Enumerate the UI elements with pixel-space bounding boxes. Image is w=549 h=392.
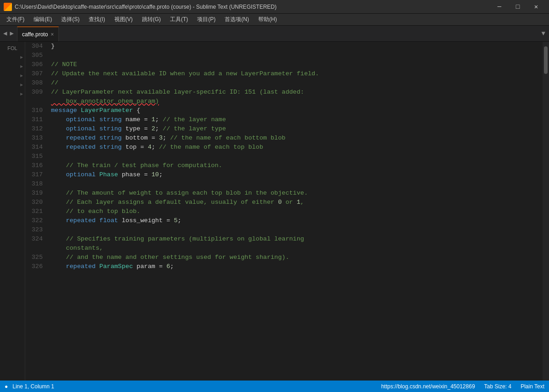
line-309a: 309 // LayerParameter next available lay… — [25, 88, 549, 97]
fold-gutter-2: ► — [0, 62, 25, 71]
code-editor[interactable]: 304 } 305 306 // NOTE 307 // Update the … — [25, 42, 549, 381]
line-324b: constants, — [25, 244, 549, 253]
menu-help[interactable]: 帮助(H) — [254, 14, 282, 26]
statusbar-right: https://blog.csdn.net/weixin_45012869 Ta… — [381, 383, 544, 390]
titlebar-controls: ─ □ ✕ — [490, 0, 545, 14]
fold-gutter-4: ► — [0, 80, 25, 90]
tab-label: caffe.proto — [22, 31, 48, 38]
line-324a: 324 // Specifies training parameters (mu… — [25, 235, 549, 244]
fold-gutter-3: ► — [0, 71, 25, 80]
fold-arrow-3: ► — [20, 73, 23, 78]
tab-bar: ◀ ▶ caffe.proto × ▼ — [0, 26, 549, 42]
line-321: 321 // to each top blob. — [25, 207, 549, 216]
fold-arrow-5: ► — [20, 92, 23, 97]
statusbar-left: ● Line 1, Column 1 — [5, 383, 54, 390]
main-content: FOL ► ► ► ► ► 304 } 305 306 — [0, 42, 549, 381]
status-url: https://blog.csdn.net/weixin_45012869 — [381, 383, 475, 390]
line-309b: box_annotator_ohem_param) — [25, 97, 549, 106]
maximize-button[interactable]: □ — [509, 0, 527, 14]
line-325: 325 // and the name and other settings u… — [25, 253, 549, 262]
tab-close-button[interactable]: × — [51, 32, 54, 37]
sublime-icon — [4, 3, 12, 11]
menu-bar: 文件(F) 编辑(E) 选择(S) 查找(I) 视图(V) 跳转(G) 工具(T… — [0, 14, 549, 26]
line-319: 319 // The amount of weight to assign ea… — [25, 189, 549, 198]
status-file-type[interactable]: Plain Text — [521, 383, 544, 390]
menu-view[interactable]: 视图(V) — [110, 14, 137, 26]
line-317: 317 optional Phase phase = 10; — [25, 170, 549, 179]
menu-find[interactable]: 查找(I) — [84, 14, 109, 26]
line-318: 318 — [25, 179, 549, 189]
menu-goto[interactable]: 跳转(G) — [137, 14, 165, 26]
line-326: 326 repeated ParamSpec param = 6; — [25, 262, 549, 271]
line-323: 323 — [25, 225, 549, 235]
line-305: 305 — [25, 51, 549, 60]
fold-arrow-1: ► — [20, 55, 23, 60]
tab-arrow-right[interactable]: ▶ — [8, 29, 15, 37]
line-316: 316 // The train / test phase for comput… — [25, 161, 549, 170]
line-307: 307 // Update the next available ID when… — [25, 69, 549, 78]
close-button[interactable]: ✕ — [527, 0, 545, 14]
line-310: 310 message LayerParameter { — [25, 106, 549, 115]
menu-preferences[interactable]: 首选项(N) — [220, 14, 254, 26]
fold-arrow-2: ► — [20, 64, 23, 69]
tab-scroll-arrows: ◀ ▶ — [0, 25, 17, 41]
line-312: 312 optional string type = 2; // the lay… — [25, 124, 549, 134]
line-306: 306 // NOTE — [25, 60, 549, 69]
fold-gutter-1: ► — [0, 53, 25, 62]
fold-gutter-5: ► — [0, 90, 25, 99]
tab-overflow-arrow[interactable]: ▼ — [542, 30, 545, 37]
line-313: 313 repeated string bottom = 3; // the n… — [25, 134, 549, 143]
titlebar-left: C:\Users\David\Desktop\caffe-master\src\… — [4, 3, 277, 11]
scrollbar-thumb[interactable] — [544, 46, 548, 74]
menu-project[interactable]: 项目(P) — [192, 14, 220, 26]
line-322: 322 repeated float loss_weight = 5; — [25, 216, 549, 225]
line-315: 315 — [25, 152, 549, 161]
code-content: 304 } 305 306 // NOTE 307 // Update the … — [25, 42, 549, 271]
tab-caffe-proto[interactable]: caffe.proto × — [17, 27, 59, 41]
menu-tools[interactable]: 工具(T) — [165, 14, 192, 26]
titlebar-title: C:\Users\David\Desktop\caffe-master\src\… — [15, 4, 277, 10]
fold-arrow-4: ► — [20, 83, 23, 88]
code-scroll-area[interactable]: 304 } 305 306 // NOTE 307 // Update the … — [25, 42, 549, 381]
line-314: 314 repeated string top = 4; // the name… — [25, 143, 549, 152]
minimize-button[interactable]: ─ — [490, 0, 509, 14]
status-position[interactable]: Line 1, Column 1 — [12, 383, 54, 390]
line-320: 320 // Each layer assigns a default valu… — [25, 198, 549, 207]
title-bar: C:\Users\David\Desktop\caffe-master\src\… — [0, 0, 549, 14]
menu-file[interactable]: 文件(F) — [2, 14, 29, 26]
tab-arrow-left[interactable]: ◀ — [2, 29, 8, 37]
sidebar-label: FOL — [0, 44, 25, 53]
status-indicator: ● — [5, 383, 8, 390]
line-311: 311 optional string name = 1; // the lay… — [25, 115, 549, 124]
line-308: 308 // — [25, 78, 549, 88]
sidebar: FOL ► ► ► ► ► — [0, 42, 25, 381]
line-304: 304 } — [25, 42, 549, 51]
vertical-scrollbar[interactable] — [543, 42, 549, 381]
status-tab-size[interactable]: Tab Size: 4 — [484, 383, 511, 390]
menu-select[interactable]: 选择(S) — [57, 14, 84, 26]
status-bar: ● Line 1, Column 1 https://blog.csdn.net… — [0, 381, 549, 392]
menu-edit[interactable]: 编辑(E) — [29, 14, 57, 26]
